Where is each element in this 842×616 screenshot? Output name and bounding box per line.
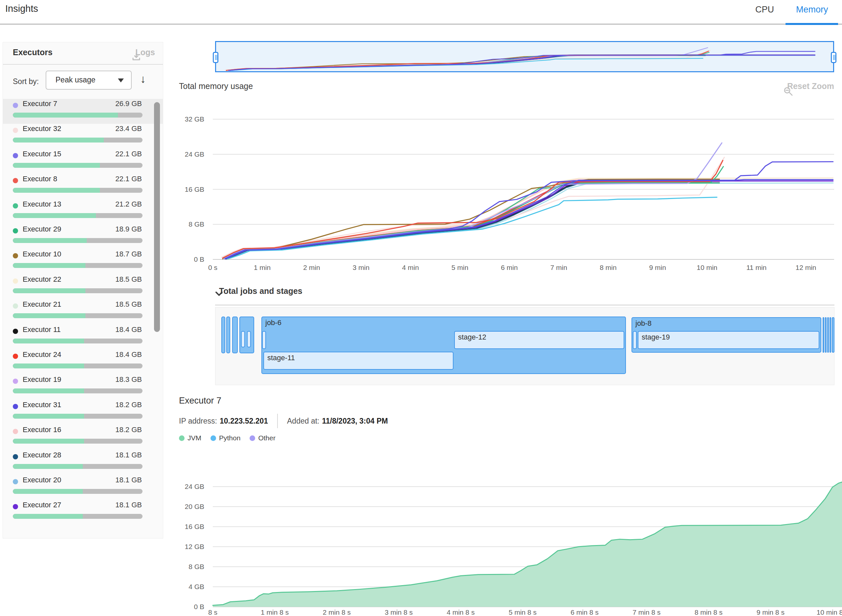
executor-usage-bar <box>13 213 142 218</box>
svg-text:3 min 8 s: 3 min 8 s <box>384 609 412 616</box>
gantt-stage-stage-12[interactable]: stage-12 <box>454 331 624 349</box>
gantt-stage[interactable] <box>262 331 266 349</box>
tab-memory[interactable]: Memory <box>796 4 828 15</box>
executor-row[interactable]: Executor 2918.9 GB <box>3 224 163 249</box>
executor-row[interactable]: Executor 1321.2 GB <box>3 199 163 224</box>
executor-color-dot <box>13 304 18 309</box>
sort-by-label: Sort by: <box>13 77 39 86</box>
executor-usage-bar <box>13 138 142 142</box>
svg-text:12 min: 12 min <box>795 264 816 271</box>
executor-peak-value: 18.2 GB <box>115 400 142 409</box>
executor-row[interactable]: Executor 2218.5 GB <box>3 274 163 299</box>
svg-text:10 min 8 s: 10 min 8 s <box>817 609 842 616</box>
executor-row[interactable]: Executor 726.9 GB <box>3 99 163 124</box>
tab-memory-active-underline <box>786 23 838 25</box>
executors-title: Executors <box>13 48 53 57</box>
reset-zoom-label: Reset Zoom <box>787 81 834 91</box>
executor-name: Executor 19 <box>23 375 61 384</box>
gantt-job[interactable] <box>825 317 827 353</box>
brush-handle-left[interactable] <box>213 52 219 63</box>
executor-peak-value: 18.5 GB <box>115 300 142 309</box>
timeline-brush[interactable] <box>215 41 834 72</box>
added-at-label: Added at: <box>287 417 319 425</box>
executor-usage-bar <box>13 414 142 419</box>
sort-select[interactable]: Peak usage <box>45 70 132 89</box>
executor-row[interactable]: Executor 2018.1 GB <box>3 475 163 500</box>
executor-color-dot <box>13 279 18 284</box>
info-separator <box>277 414 278 428</box>
panel-divider <box>3 64 163 65</box>
executor-usage-bar <box>13 464 142 469</box>
executor-row[interactable]: Executor 1018.7 GB <box>3 249 163 274</box>
gantt-stage-stage-19[interactable]: stage-19 <box>638 331 819 349</box>
executor-name: Executor 8 <box>23 175 57 183</box>
executor-row[interactable]: Executor 822.1 GB <box>3 174 163 199</box>
executor-row[interactable]: Executor 3118.2 GB <box>3 400 163 425</box>
gantt-stage-stage-11[interactable]: stage-11 <box>263 352 453 370</box>
gantt-job[interactable] <box>222 317 225 353</box>
sort-select-value: Peak usage <box>56 76 95 84</box>
executor-row[interactable]: Executor 2718.1 GB <box>3 500 163 525</box>
executor-row[interactable]: Executor 1522.1 GB <box>3 149 163 174</box>
executor-name: Executor 10 <box>23 250 61 258</box>
gantt-stage[interactable] <box>633 331 637 349</box>
executor-peak-value: 18.3 GB <box>115 375 142 384</box>
executor-row[interactable]: Executor 2118.5 GB <box>3 299 163 324</box>
gantt-job[interactable] <box>830 317 831 353</box>
gantt-job-label: job-6 <box>266 318 282 327</box>
gantt-job[interactable] <box>226 317 230 353</box>
executor-name: Executor 28 <box>23 451 61 459</box>
svg-text:24 GB: 24 GB <box>185 150 204 158</box>
gantt-job[interactable] <box>232 317 238 353</box>
jobs-stages-toggle[interactable]: Total jobs and stages <box>215 286 302 296</box>
executor-row[interactable]: Executor 2418.4 GB <box>3 350 163 375</box>
legend-item[interactable]: Other <box>249 434 276 442</box>
executor-row[interactable]: Executor 2818.1 GB <box>3 450 163 475</box>
executor-peak-value: 18.1 GB <box>115 476 142 484</box>
executor-color-dot <box>13 329 18 334</box>
executor-row[interactable]: Executor 1618.2 GB <box>3 425 163 450</box>
executor-list-scrollbar[interactable] <box>154 102 160 332</box>
svg-text:7 min: 7 min <box>550 264 567 271</box>
executor-peak-value: 18.4 GB <box>115 351 142 359</box>
legend-dot <box>210 436 216 441</box>
overview-mini-chart <box>216 42 833 71</box>
legend-label: JVM <box>188 434 201 442</box>
executor-detail-title: Executor 7 <box>179 396 222 406</box>
executor-usage-bar <box>13 389 142 393</box>
executor-color-dot <box>13 479 18 484</box>
logs-button[interactable]: Logs <box>132 48 155 57</box>
executor-detail-legend: JVMPythonOther <box>179 434 276 442</box>
sort-direction-button[interactable]: ↓ <box>140 73 146 85</box>
svg-text:4 min 8 s: 4 min 8 s <box>447 609 475 616</box>
brush-handle-right[interactable] <box>831 52 836 63</box>
executor-peak-value: 26.9 GB <box>115 100 142 108</box>
total-memory-chart[interactable]: 32 GB24 GB16 GB8 GB0 B0 s1 min2 min3 min… <box>179 109 842 271</box>
executor-row[interactable]: Executor 1118.4 GB <box>3 325 163 350</box>
executor-color-dot <box>13 504 18 509</box>
svg-text:9 min 8 s: 9 min 8 s <box>757 609 785 616</box>
gantt-stage[interactable] <box>247 331 251 348</box>
executor-row[interactable]: Executor 3223.4 GB <box>3 124 163 149</box>
executor-peak-value: 18.4 GB <box>115 326 142 334</box>
executor-peak-value: 23.4 GB <box>115 125 142 133</box>
svg-text:3 min: 3 min <box>353 264 370 271</box>
legend-item[interactable]: JVM <box>179 434 201 442</box>
executor-peak-value: 22.1 GB <box>115 175 142 183</box>
reset-zoom-button[interactable]: Reset Zoom <box>783 81 834 91</box>
executor-row[interactable]: Executor 1918.3 GB <box>3 375 163 400</box>
executor-memory-chart[interactable]: 24 GB20 GB16 GB12 GB8 GB4 GB0 B8 s1 min … <box>179 458 842 616</box>
added-at-value: 11/8/2023, 3:04 PM <box>322 417 388 425</box>
svg-text:2 min: 2 min <box>303 264 320 271</box>
svg-text:2 min 8 s: 2 min 8 s <box>323 609 351 616</box>
tab-cpu[interactable]: CPU <box>755 4 774 15</box>
executor-usage-bar <box>13 514 142 519</box>
legend-item[interactable]: Python <box>210 434 241 442</box>
svg-text:16 GB: 16 GB <box>185 186 204 193</box>
gantt-job[interactable] <box>832 317 835 353</box>
svg-text:12 GB: 12 GB <box>185 543 204 550</box>
gantt-job[interactable] <box>823 317 824 353</box>
executor-color-dot <box>13 454 18 459</box>
gantt-job[interactable] <box>827 317 829 353</box>
gantt-stage[interactable] <box>241 331 245 348</box>
